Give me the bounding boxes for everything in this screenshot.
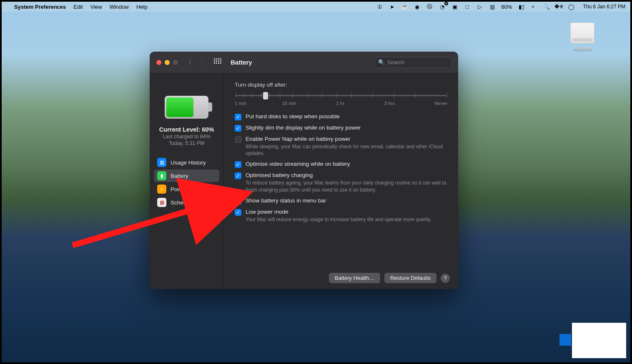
- checkbox-label: Optimise video streaming while on batter…: [246, 161, 350, 167]
- minimize-button[interactable]: [165, 60, 170, 65]
- display-off-slider[interactable]: [236, 91, 446, 100]
- status-icon-grammarly[interactable]: Ⓖ: [426, 3, 433, 10]
- checkbox-row-6: ✓Low power modeYour Mac will reduce ener…: [235, 209, 447, 223]
- close-button[interactable]: [156, 60, 161, 65]
- status-icon-cal[interactable]: ▥: [489, 3, 496, 10]
- preferences-window: 〈 〉 Battery 🔍 Search Current Level: 60% …: [150, 52, 458, 289]
- status-icon-badge[interactable]: ◔9: [439, 3, 446, 10]
- menu-edit[interactable]: Edit: [73, 4, 83, 10]
- footer: Battery Health… Restore Defaults ?: [224, 267, 458, 289]
- menu-help[interactable]: Help: [136, 4, 148, 10]
- clock[interactable]: Thu 6 Jan 6:27 PM: [583, 4, 625, 10]
- sidebar-item-schedule[interactable]: ▦ Schedule: [154, 196, 219, 209]
- overlay-box: [572, 323, 626, 358]
- spotlight-icon[interactable]: 🔍: [543, 3, 550, 10]
- disk-icon: [570, 22, 594, 43]
- status-icon-display[interactable]: □: [464, 3, 471, 10]
- current-level: Current Level: 60%: [159, 126, 214, 133]
- checkbox-row-3: ✓Optimise video streaming while on batte…: [235, 161, 447, 168]
- status-icon-circle[interactable]: ◉: [414, 3, 421, 10]
- checkbox-row-4: ✓Optimised battery chargingTo reduce bat…: [235, 172, 447, 193]
- menu-window[interactable]: Window: [110, 4, 129, 10]
- slider-tick-labels: 1 min 15 min 1 hr 3 hrs Never: [235, 101, 447, 106]
- battery-health-button[interactable]: Battery Health…: [329, 273, 380, 283]
- sidebar-item-power-adapter[interactable]: ⚡ Power Adapter: [154, 183, 219, 195]
- checkbox[interactable]: ✓: [235, 161, 241, 168]
- zoom-button[interactable]: [173, 60, 178, 65]
- checkbox[interactable]: ✓: [235, 198, 241, 204]
- battery-graphic: [165, 96, 208, 119]
- checkbox-desc: While sleeping, your Mac can periodicall…: [246, 143, 447, 157]
- help-button[interactable]: ?: [441, 274, 450, 283]
- menu-bar: System Preferences Edit View Window Help…: [2, 2, 630, 12]
- bolt-icon: ⚡: [157, 184, 166, 194]
- checkbox-desc: To reduce battery ageing, your Mac learn…: [246, 180, 447, 193]
- forward-button: 〉: [199, 58, 208, 67]
- window-title: Battery: [231, 59, 252, 66]
- control-center-icon[interactable]: �ቔ: [556, 3, 562, 10]
- status-icon-battery-tool[interactable]: ☕: [401, 3, 408, 10]
- checkbox-label: Slightly dim the display while on batter…: [246, 125, 361, 131]
- calendar-icon: ▦: [157, 198, 166, 207]
- sidebar-item-usage-history[interactable]: ▥ Usage History: [154, 156, 219, 169]
- checkbox-row-5: ✓Show battery status in menu bar: [235, 197, 447, 204]
- status-icon-1[interactable]: ①: [376, 3, 383, 10]
- battery-icon[interactable]: ▮▯: [518, 3, 525, 10]
- app-name[interactable]: System Preferences: [14, 4, 66, 10]
- overlay-blue: [559, 334, 571, 346]
- disk-label: AlDente: [568, 46, 597, 52]
- checkbox-label: Put hard disks to sleep when possible: [246, 113, 340, 120]
- checkbox-row-2: Enable Power Nap while on battery powerW…: [235, 136, 447, 157]
- restore-defaults-button[interactable]: Restore Defaults: [384, 273, 436, 283]
- checkbox-label: Low power mode: [246, 209, 431, 215]
- checkbox[interactable]: ✓: [235, 172, 241, 179]
- status-icon-arrow[interactable]: ➤: [389, 3, 396, 10]
- traffic-lights: [156, 60, 178, 65]
- battery-icon: ▮: [157, 171, 166, 180]
- checkbox-row-0: ✓Put hard disks to sleep when possible: [235, 113, 447, 120]
- search-field[interactable]: 🔍 Search: [374, 57, 451, 68]
- back-button[interactable]: 〈: [184, 58, 193, 67]
- menu-view[interactable]: View: [90, 4, 102, 10]
- checkbox[interactable]: ✓: [235, 209, 241, 216]
- checkbox-label: Show battery status in menu bar: [246, 197, 326, 204]
- sidebar-item-label: Power Adapter: [171, 186, 208, 192]
- last-charged: Last charged to 84%: [163, 134, 211, 140]
- slider-label: Turn display off after:: [235, 82, 447, 88]
- chart-icon: ▥: [157, 158, 166, 167]
- sidebar-item-label: Usage History: [171, 160, 206, 166]
- checkbox-row-1: ✓Slightly dim the display while on batte…: [235, 125, 447, 132]
- checkbox-label: Enable Power Nap while on battery power: [246, 136, 447, 142]
- checkbox[interactable]: ✓: [235, 125, 241, 132]
- sidebar: Current Level: 60% Last charged to 84% T…: [150, 73, 224, 289]
- wifi-icon[interactable]: ᯤ: [531, 3, 537, 10]
- siri-icon[interactable]: ◯: [568, 3, 575, 10]
- search-placeholder: Search: [387, 59, 404, 65]
- desktop-volume[interactable]: AlDente: [568, 22, 597, 52]
- search-icon: 🔍: [378, 59, 385, 65]
- checkbox[interactable]: [235, 136, 241, 143]
- sidebar-item-battery[interactable]: ▮ Battery: [154, 170, 219, 182]
- content-pane: Turn display off after: 1 min 15 min 1 h…: [224, 73, 458, 289]
- titlebar: 〈 〉 Battery 🔍 Search: [150, 52, 458, 73]
- show-all-button[interactable]: [214, 58, 222, 67]
- checkbox-desc: Your Mac will reduce energy usage to inc…: [246, 216, 431, 223]
- checkbox-label: Optimised battery charging: [246, 172, 447, 178]
- sidebar-item-label: Battery: [171, 173, 188, 179]
- status-icon-airplay[interactable]: ▣: [451, 3, 458, 10]
- checkbox[interactable]: ✓: [235, 114, 241, 120]
- battery-pct[interactable]: 60%: [502, 3, 512, 10]
- sidebar-item-label: Schedule: [171, 199, 194, 206]
- status-icon-play[interactable]: ▷: [477, 3, 483, 10]
- last-charged-time: Today, 5:31 PM: [169, 140, 205, 146]
